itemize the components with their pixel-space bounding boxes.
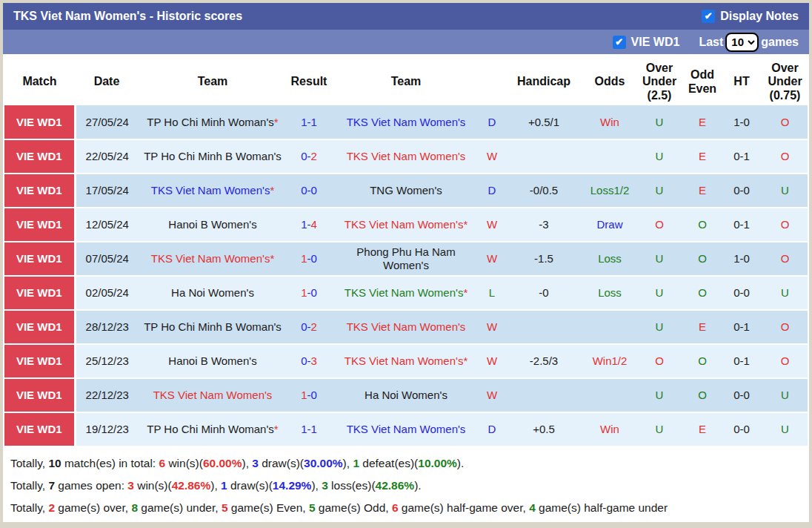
over-under-075-cell: O — [762, 242, 808, 276]
wdl-indicator-cell: W — [481, 378, 503, 412]
col-header-away-team: Team — [331, 59, 481, 105]
away-team-cell: TNG Women's — [331, 174, 481, 208]
result-cell: 1-0 — [287, 276, 331, 310]
home-team-name: TP Ho Chi Minh Woman's — [147, 116, 274, 128]
date-cell: 12/05/24 — [75, 208, 139, 242]
result-cell: 1-0 — [287, 242, 331, 276]
date-cell: 07/05/24 — [75, 242, 139, 276]
over-under-25-cell: U — [635, 412, 684, 446]
date-cell: 17/05/24 — [75, 174, 139, 208]
summary-segment: win(s)( — [165, 457, 203, 469]
ht-score-cell: 0-1 — [721, 208, 762, 242]
away-team-name: TKS Viet Nam Women's — [347, 320, 466, 333]
away-team-name: Ha Noi Women's — [365, 389, 447, 401]
away-team-name: TKS Viet Nam Women's — [347, 423, 466, 435]
summary-line: Totally, 2 game(s) over, 8 game(s) under… — [10, 497, 802, 519]
league-checkbox[interactable]: ✔ — [613, 36, 626, 49]
summary-segment: 60.00% — [203, 457, 242, 469]
wdl-indicator-cell: L — [481, 276, 503, 310]
odds-cell: Loss — [585, 276, 635, 310]
home-team-cell: Hanoi B Women's — [139, 208, 287, 242]
handicap-cell: -0 — [503, 276, 585, 310]
odds-cell — [585, 310, 635, 344]
wdl-indicator-cell: D — [481, 174, 503, 208]
away-team-name: TKS Viet Nam Women's — [345, 218, 464, 231]
result-cell: 0-3 — [287, 344, 331, 378]
odd-even-cell: O — [684, 378, 721, 412]
summary-segment: ), — [210, 479, 221, 492]
page: TKS Viet Nam Women's - Historic scores ✔… — [3, 3, 809, 522]
ht-score-cell: 0-0 — [721, 412, 762, 446]
date-cell: 22/05/24 — [75, 139, 139, 174]
ht-score-cell: 0-0 — [721, 276, 762, 310]
header-row: Match Date Team Result Team Handicap Odd… — [4, 59, 808, 105]
over-under-075-cell: U — [762, 276, 808, 310]
away-team-cell: TKS Viet Nam Women's* — [331, 208, 481, 242]
home-team-name: TP Ho Chi Minh B Woman's — [144, 150, 282, 162]
ht-score-cell: 0-0 — [721, 174, 762, 208]
last-label: Last — [699, 36, 723, 49]
away-team-cell: Phong Phu Ha Nam Women's — [331, 242, 481, 276]
summary-segment: match(es) in total: — [61, 457, 159, 469]
summary-segment: games open: — [55, 479, 127, 492]
table-row: VIE WD122/12/23TKS Viet Nam Women's1-0Ha… — [4, 378, 808, 412]
summary-segment: 6 — [159, 457, 165, 469]
games-count-select[interactable]: 10 — [725, 33, 759, 52]
col-header-match: Match — [4, 59, 75, 105]
col-header-date: Date — [75, 59, 139, 105]
display-notes-checkbox[interactable]: ✔ — [702, 10, 715, 23]
away-goals: 2 — [311, 320, 317, 333]
odds-cell: Loss — [585, 242, 635, 276]
over-under-075-cell: O — [762, 344, 808, 378]
wdl-indicator-cell: D — [481, 412, 503, 446]
table-row: VIE WD112/05/24Hanoi B Women's1-4TKS Vie… — [4, 208, 808, 242]
match-league-cell: VIE WD1 — [4, 242, 75, 276]
wdl-indicator-cell: W — [481, 139, 503, 174]
col-header-odds: Odds — [585, 59, 635, 105]
title-bar: TKS Viet Nam Women's - Historic scores ✔… — [3, 3, 809, 30]
odd-even-cell: O — [684, 242, 721, 276]
away-goals: 1 — [311, 116, 317, 128]
summary-segment: game(s) half-game over, — [399, 501, 530, 514]
result-cell: 0-2 — [287, 139, 331, 174]
summary-segment: game(s) under, — [138, 501, 222, 514]
home-team-star: * — [274, 116, 279, 128]
col-header-over-under-075: Over Under (0.75) — [762, 59, 808, 105]
home-team-cell: Ha Noi Women's — [139, 276, 287, 310]
summary-segment: 14.29% — [273, 479, 312, 492]
home-team-cell: TKS Viet Nam Women's — [139, 378, 287, 412]
over-under-25-cell: O — [635, 344, 684, 378]
col-header-home-team: Team — [139, 59, 287, 105]
away-team-cell: TKS Viet Nam Women's* — [331, 344, 481, 378]
match-league-cell: VIE WD1 — [4, 208, 75, 242]
match-league-cell: VIE WD1 — [4, 310, 75, 344]
wdl-indicator-cell: W — [481, 242, 503, 276]
odds-cell — [585, 378, 635, 412]
result-cell: 1-1 — [287, 105, 331, 139]
table-row: VIE WD122/05/24TP Ho Chi Minh B Woman's0… — [4, 139, 808, 174]
summary-segment: 1 — [221, 479, 227, 492]
page-title: TKS Viet Nam Women's - Historic scores — [13, 10, 242, 23]
summary-segment: 42.86% — [172, 479, 211, 492]
summary-segment: loss(es)( — [328, 479, 376, 492]
away-team-cell: TKS Viet Nam Women's — [331, 139, 481, 174]
over-under-075-cell: O — [762, 105, 808, 139]
away-team-star: * — [463, 286, 467, 299]
handicap-cell — [503, 139, 585, 174]
summary-segment: 2 — [48, 501, 55, 514]
summary-segment: ). — [414, 479, 421, 492]
away-team-name: TKS Viet Nam Women's — [347, 150, 466, 162]
games-label: games — [761, 36, 799, 49]
result-cell: 0-0 — [287, 174, 331, 208]
matches-tbody: VIE WD127/05/24TP Ho Chi Minh Woman's*1-… — [4, 105, 808, 446]
table-row: VIE WD119/12/23TP Ho Chi Minh Woman's*1-… — [4, 412, 808, 446]
home-goals: 0 — [301, 320, 307, 333]
home-team-cell: TP Ho Chi Minh B Woman's — [139, 310, 287, 344]
summary-segment: game(s) over, — [55, 501, 131, 514]
match-league-cell: VIE WD1 — [4, 276, 75, 310]
over-under-25-cell: O — [635, 208, 684, 242]
match-league-cell: VIE WD1 — [4, 412, 75, 446]
home-team-name: Ha Noi Women's — [171, 286, 254, 299]
summary-segment: ), — [242, 457, 252, 469]
result-cell: 1-0 — [287, 378, 331, 412]
